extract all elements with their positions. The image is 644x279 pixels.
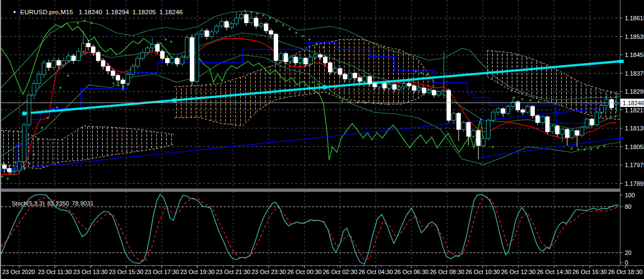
symbol-period-label: EURUSD.pro,M15	[20, 9, 74, 15]
stoch-name: Stoch(5,3,3)	[12, 200, 44, 207]
candlestick	[200, 31, 204, 34]
candlestick	[338, 69, 342, 74]
candlestick	[82, 43, 86, 52]
candlestick	[492, 112, 495, 121]
candlestick	[210, 32, 214, 36]
candlestick	[220, 21, 224, 26]
time-axis-label: 26 Oct 04:30	[359, 269, 393, 275]
candlestick	[477, 130, 481, 145]
candlestick	[111, 71, 115, 75]
stoch-axis[interactable]: 10080200	[620, 192, 635, 266]
candlestick	[269, 31, 273, 34]
candlestick	[215, 26, 219, 32]
candlestick	[506, 106, 510, 113]
price-axis-label: 1.18375	[625, 70, 644, 77]
candlestick	[378, 83, 382, 87]
candlestick	[531, 106, 535, 116]
chevron-down-icon: ▼	[13, 10, 17, 15]
stochastic-label: Stoch(5,3,3)82.235078.9031	[5, 193, 97, 213]
candlestick	[427, 90, 431, 93]
candlestick	[403, 83, 406, 87]
candlestick	[575, 130, 579, 135]
time-axis-label: 23 Oct 21:30	[216, 269, 251, 275]
time-axis-label: 26 Oct 00:30	[287, 269, 322, 275]
candlestick	[190, 38, 194, 82]
pane-divider[interactable]	[1, 189, 620, 192]
candlestick	[442, 90, 446, 92]
time-axis-label: 23 Oct 23:30	[252, 269, 286, 275]
candlestick	[97, 53, 100, 61]
candlestick	[610, 100, 614, 108]
candlestick	[432, 90, 436, 95]
candlestick	[27, 95, 31, 124]
candlestick	[353, 73, 357, 78]
time-axis-label: 26 Oct 12:30	[501, 269, 536, 275]
candlestick	[161, 52, 165, 59]
time-axis-label: 26 Oct 06:30	[394, 269, 429, 275]
time-axis-label: 26 Oct 10:30	[466, 269, 500, 275]
candlestick	[472, 130, 476, 136]
candlestick	[279, 54, 283, 61]
candlestick	[408, 83, 411, 86]
candlestick	[319, 55, 323, 57]
candlestick	[422, 88, 426, 93]
cyan-trendline-handle[interactable]	[323, 86, 327, 89]
candlestick	[205, 31, 209, 36]
candlestick	[67, 56, 71, 60]
time-axis-label: 23 Oct 11:30	[38, 269, 72, 275]
candlestick	[383, 83, 387, 88]
cyan-trendline-handle[interactable]	[173, 99, 177, 103]
low-value: 1.18205	[132, 9, 156, 15]
candlestick	[18, 162, 21, 171]
price-axis[interactable]: 1.186151.185351.184551.183751.182951.182…	[619, 15, 644, 187]
mt4-chart-window: 1.186151.185351.184551.183751.182951.182…	[0, 0, 644, 279]
time-axis-label: 23 Oct 19:30	[180, 269, 215, 275]
candlestick	[240, 15, 244, 18]
time-axis-label: 26 Oct 08:30	[430, 269, 465, 275]
candlestick	[521, 110, 525, 112]
candlestick	[77, 52, 81, 61]
candlestick	[255, 18, 258, 26]
candlestick	[299, 58, 303, 62]
price-axis-label: 1.18455	[625, 52, 644, 58]
candlestick	[101, 60, 105, 66]
candlestick	[32, 83, 36, 95]
candlestick	[482, 139, 485, 146]
time-axis-label: 26 Oct 02:30	[323, 269, 358, 275]
candlestick	[131, 66, 135, 75]
candlestick	[245, 15, 248, 23]
stoch-axis-label: 100	[625, 192, 635, 198]
chart-canvas[interactable]: 1.186151.185351.184551.183751.182951.182…	[1, 0, 644, 279]
candlestick	[580, 127, 584, 135]
candlestick	[141, 53, 145, 58]
candlestick	[146, 48, 150, 52]
candlestick	[467, 123, 471, 136]
price-axis-label: 1.18135	[625, 125, 644, 132]
candlestick	[309, 57, 313, 64]
candlestick	[600, 105, 604, 112]
candlestick	[368, 77, 372, 84]
pane-divider-bar[interactable]	[1, 189, 620, 192]
cyan-trendline-handle[interactable]	[22, 112, 26, 116]
candlestick	[42, 63, 46, 75]
stoch-axis-label: 80	[625, 203, 631, 210]
candlestick	[561, 129, 564, 134]
candlestick	[274, 34, 278, 60]
stoch-d-value: 78.9031	[72, 200, 94, 207]
candlestick	[235, 18, 239, 24]
candlestick	[546, 117, 550, 132]
time-axis-label: 26 Oct 18:30	[608, 269, 643, 275]
price-axis-label: 1.17975	[625, 162, 644, 168]
candlestick	[116, 76, 120, 80]
time-axis-label: 26 Oct 16:30	[573, 269, 607, 275]
candlestick	[447, 90, 451, 120]
candlestick	[225, 21, 229, 27]
time-axis[interactable]: 23 Oct 202023 Oct 11:3023 Oct 13:3023 Oc…	[2, 266, 644, 275]
candlestick	[92, 47, 95, 52]
candlestick	[536, 116, 540, 123]
candlestick	[526, 106, 530, 112]
candlestick	[417, 88, 421, 90]
candlestick	[605, 100, 609, 105]
candlestick	[551, 126, 555, 132]
candlestick	[595, 112, 599, 125]
